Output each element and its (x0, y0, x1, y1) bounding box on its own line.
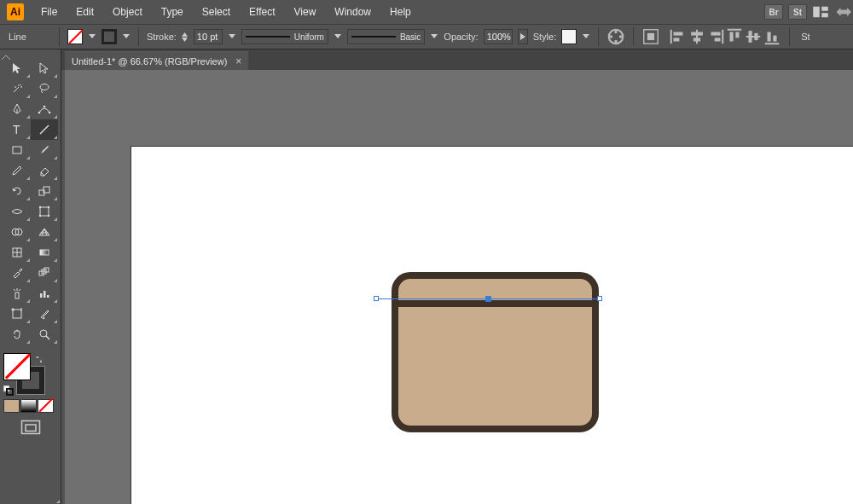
style-dropdown[interactable] (582, 29, 590, 44)
menu-object[interactable]: Object (104, 3, 151, 21)
hand-tool[interactable] (3, 324, 31, 345)
gradient-tool[interactable] (31, 242, 58, 263)
menu-file[interactable]: File (32, 3, 66, 21)
align-to-icon[interactable] (641, 27, 660, 46)
pencil-tool[interactable] (3, 160, 31, 181)
align-top-icon[interactable] (725, 27, 744, 46)
align-bottom-icon[interactable] (763, 27, 781, 46)
align-right-icon[interactable] (706, 27, 725, 46)
recolor-artwork-icon[interactable] (606, 27, 625, 46)
scale-tool[interactable] (31, 181, 58, 201)
menu-window[interactable]: Window (326, 3, 380, 21)
align-hcenter-icon[interactable] (688, 27, 706, 46)
svg-rect-53 (44, 291, 46, 298)
variable-width-profile[interactable]: Uniform (241, 29, 328, 44)
svg-rect-14 (691, 32, 703, 36)
tab-close-button[interactable]: × (235, 55, 241, 67)
gpu-preview-icon[interactable] (834, 4, 851, 20)
align-vcenter-icon[interactable] (744, 27, 763, 46)
stock-button[interactable]: St (788, 4, 807, 20)
fill-dropdown[interactable] (88, 29, 96, 44)
stroke-weight-field[interactable]: 10 pt (194, 29, 223, 44)
svg-rect-17 (711, 32, 721, 36)
svg-rect-20 (730, 32, 734, 42)
svg-point-38 (39, 206, 41, 208)
menu-effect[interactable]: Effect (241, 3, 283, 21)
lasso-tool[interactable] (31, 78, 58, 99)
bridge-button[interactable]: Br (764, 4, 783, 20)
zoom-tool[interactable] (31, 324, 58, 345)
menu-bar: Ai File Edit Object Type Select Effect V… (0, 0, 853, 24)
mesh-tool[interactable] (3, 242, 31, 263)
selection-handle-left[interactable] (374, 296, 379, 301)
selection-handle-center[interactable] (485, 296, 491, 302)
svg-point-7 (610, 35, 612, 38)
blend-tool[interactable] (31, 263, 58, 283)
selection-tool[interactable] (3, 58, 31, 78)
curvature-tool[interactable] (31, 99, 58, 119)
eraser-tool[interactable] (31, 160, 58, 181)
svg-text:T: T (13, 123, 20, 136)
artwork-rounded-rectangle[interactable] (392, 272, 599, 432)
color-mode-solid[interactable] (3, 399, 20, 413)
profile-dropdown[interactable] (334, 29, 342, 44)
line-segment-tool[interactable] (31, 119, 58, 140)
shape-builder-tool[interactable] (3, 222, 31, 242)
paintbrush-tool[interactable] (31, 140, 58, 160)
stroke-weight-dropdown[interactable] (228, 29, 236, 44)
arrange-documents-icon[interactable] (812, 4, 829, 20)
svg-rect-54 (47, 295, 49, 298)
stroke-swatch[interactable] (102, 29, 117, 44)
direct-selection-tool[interactable] (31, 58, 58, 78)
type-tool[interactable]: T (3, 119, 31, 140)
artboard-tool[interactable] (3, 304, 31, 324)
rectangle-tool[interactable] (3, 140, 31, 160)
tools-panel: T (0, 49, 61, 504)
default-fill-stroke-icon[interactable] (3, 384, 14, 394)
svg-rect-23 (749, 31, 752, 43)
column-graph-tool[interactable] (31, 283, 58, 304)
document-tab[interactable]: Untitled-1* @ 66.67% (RGB/Preview) × (65, 51, 248, 70)
graphic-style-swatch[interactable] (561, 29, 577, 44)
fill-swatch[interactable] (67, 29, 83, 44)
svg-point-41 (48, 215, 49, 217)
magic-wand-tool[interactable] (3, 78, 31, 99)
perspective-grid-tool[interactable] (31, 222, 58, 242)
brush-definition[interactable]: Basic (347, 29, 425, 44)
fill-color-box[interactable] (3, 353, 31, 380)
control-bar: Line Stroke: 10 pt Uniform Basic Opacity… (0, 24, 853, 49)
svg-rect-51 (15, 293, 19, 298)
brush-dropdown[interactable] (430, 29, 438, 44)
color-mode-none[interactable] (38, 399, 54, 413)
stroke-weight-stepper[interactable] (182, 29, 189, 44)
menu-help[interactable]: Help (381, 3, 420, 21)
svg-rect-18 (715, 38, 721, 41)
free-transform-tool[interactable] (31, 201, 58, 222)
screen-mode-button[interactable] (20, 420, 41, 435)
color-mode-gradient[interactable] (20, 399, 37, 413)
opacity-field[interactable]: 100% (484, 29, 513, 44)
fill-stroke-indicator[interactable] (3, 353, 44, 394)
svg-point-28 (40, 84, 49, 90)
artboard[interactable] (131, 147, 853, 504)
symbol-sprayer-tool[interactable] (3, 283, 31, 304)
opacity-dropdown[interactable] (518, 29, 528, 44)
slice-tool[interactable] (31, 304, 58, 324)
menu-select[interactable]: Select (194, 3, 239, 21)
eyedropper-tool[interactable] (3, 263, 31, 283)
svg-rect-2 (821, 13, 828, 17)
width-tool[interactable] (3, 201, 31, 222)
menu-edit[interactable]: Edit (67, 3, 102, 21)
tools-collapse-icon[interactable] (2, 48, 10, 56)
menu-view[interactable]: View (286, 3, 325, 21)
stroke-dropdown[interactable] (122, 29, 131, 44)
rotate-tool[interactable] (3, 181, 31, 201)
selection-handle-right[interactable] (597, 296, 602, 301)
document-tab-title: Untitled-1* @ 66.67% (RGB/Preview) (72, 56, 227, 67)
swap-fill-stroke-icon[interactable] (34, 353, 43, 368)
menu-type[interactable]: Type (153, 3, 192, 21)
align-left-icon[interactable] (669, 27, 688, 46)
pen-tool[interactable] (3, 99, 31, 119)
align-group (669, 27, 781, 46)
canvas-workspace[interactable] (65, 70, 853, 504)
